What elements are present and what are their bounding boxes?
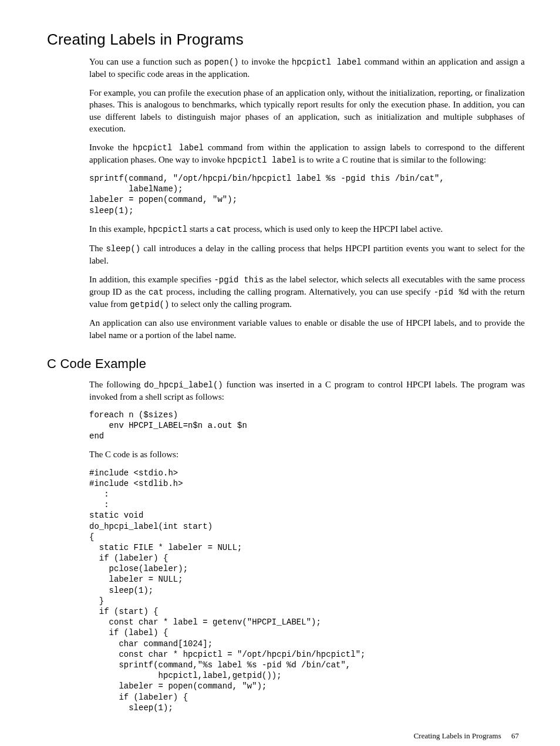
code-block: sprintf(command, "/opt/hpcpi/bin/hpcpict… [89, 173, 525, 216]
paragraph: The sleep() call introduces a delay in t… [89, 242, 525, 266]
text: call introduces a delay in the calling p… [89, 244, 525, 265]
inline-code: cat [217, 225, 231, 234]
subsection-body: The following do_hpcpi_label() function … [89, 379, 525, 713]
page-footer: Creating Labels in Programs 67 [47, 731, 519, 741]
footer-title: Creating Labels in Programs [414, 731, 501, 740]
paragraph: You can use a function such as popen() t… [89, 56, 525, 80]
inline-code: hpcpictl label [292, 58, 362, 67]
paragraph: An application can also use environment … [89, 317, 525, 341]
text: starts a [187, 224, 217, 234]
text: Invoke the [89, 143, 133, 152]
inline-code: getpid() [130, 300, 169, 309]
code-block: #include <stdio.h> #include <stdlib.h> :… [89, 468, 525, 713]
inline-code: do_hpcpi_label() [144, 380, 222, 390]
section-body: You can use a function such as popen() t… [89, 56, 525, 341]
text: The following [89, 380, 144, 389]
text: is to write a C routine that is similar … [296, 155, 486, 164]
code-block: foreach n ($sizes) env HPCPI_LABEL=n$n a… [89, 410, 525, 442]
text: In this example, [89, 224, 148, 234]
inline-code: popen() [204, 58, 239, 67]
inline-code: -pid %d [434, 288, 469, 297]
paragraph: Invoke the hpcpictl label command from w… [89, 141, 525, 166]
section-heading: Creating Labels in Programs [47, 29, 525, 50]
text: In addition, this example specifies [89, 275, 214, 284]
inline-code: cat [149, 288, 163, 297]
text: to select only the calling program. [169, 299, 292, 309]
inline-code: -pgid this [214, 275, 264, 285]
paragraph: The C code is as follows: [89, 448, 525, 460]
inline-code: hpcpictl [148, 225, 187, 234]
paragraph: For example, you can profile the executi… [89, 87, 525, 134]
inline-code: hpcpictl label [133, 143, 204, 153]
paragraph: In addition, this example specifies -pgi… [89, 274, 525, 310]
page-number: 67 [511, 731, 519, 740]
subsection-heading: C Code Example [47, 355, 525, 373]
text: The [89, 244, 106, 253]
text: process, which is used only to keep the … [231, 224, 443, 234]
inline-code: sleep() [106, 244, 140, 254]
text: process, including the calling program. … [163, 287, 433, 296]
paragraph: In this example, hpcpictl starts a cat p… [89, 223, 525, 235]
inline-code: hpcpictl label [227, 156, 296, 165]
text: You can use a function such as [89, 57, 204, 66]
text: to invoke the [239, 57, 292, 66]
paragraph: The following do_hpcpi_label() function … [89, 379, 525, 403]
